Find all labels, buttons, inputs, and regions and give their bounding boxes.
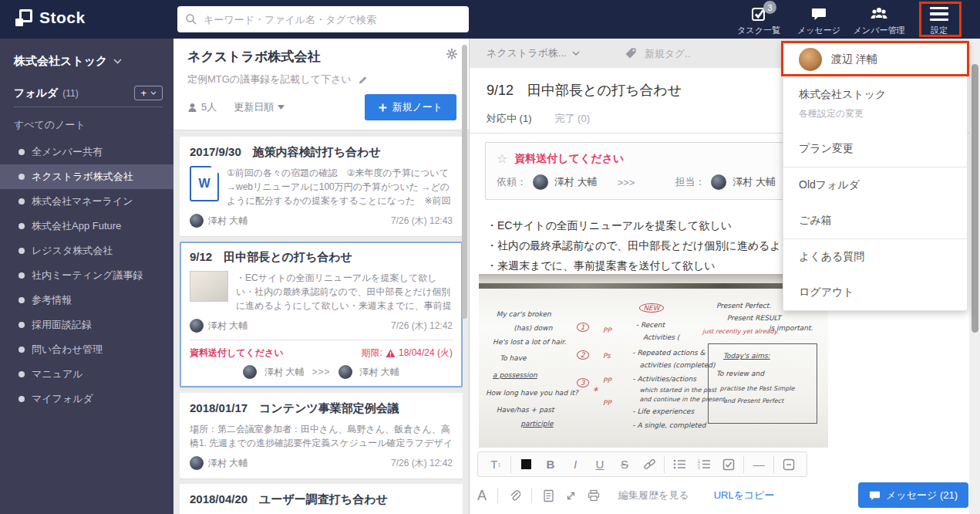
nav-messages[interactable]: メッセージ [789, 0, 849, 39]
edit-history-link[interactable]: 編集履歴を見る [618, 489, 689, 502]
expand-button[interactable] [565, 490, 577, 502]
menu-item-company-settings[interactable]: 株式会社ストック 各種設定の変更 [783, 76, 967, 131]
italic-button[interactable]: I [565, 455, 585, 475]
menu-item-logout[interactable]: ログアウト [783, 275, 967, 310]
whiteboard-text: 1 [577, 323, 589, 332]
note-card[interactable]: 2017/9/30 施策内容検討打ち合わせ W ①前回の各々の宿題の確認 ②来年… [180, 137, 463, 236]
whiteboard-text: * [592, 385, 598, 397]
folder-description: 定例MTGの議事録を記載して下さい [187, 73, 456, 86]
whiteboard-text: To have [500, 354, 526, 362]
menu-item-plan[interactable]: プラン変更 [783, 131, 967, 167]
note-list-scrollbar[interactable] [462, 45, 467, 319]
note-thumbnail [190, 271, 228, 302]
menu-item-old-folder[interactable]: Oldフォルダ [783, 167, 967, 203]
sidebar-folder[interactable]: 問い合わせ管理 [0, 337, 173, 362]
editor-footer-toolbar: A 編集履歴を見る URLをコピー メッセージ (21) [477, 482, 975, 509]
avatar [190, 456, 204, 470]
new-note-button[interactable]: 新規ノート [365, 94, 456, 120]
member-count: 5人 [187, 100, 217, 114]
tab-done-tasks[interactable]: 完了 (0) [555, 112, 591, 126]
avatar [243, 365, 257, 379]
sidebar-folder-selected[interactable]: ネクストラボ株式会社 [0, 164, 173, 189]
folder-dot-icon [19, 272, 25, 279]
font-button[interactable]: A [477, 488, 487, 504]
expand-icon [565, 490, 577, 502]
avatar [190, 319, 204, 333]
note-card[interactable]: 2018/04/20 ユーザー調査打ち合わせ ＜決定事項＞下記の特集ページをリニ… [180, 484, 463, 514]
sidebar-folder[interactable]: マニュアル [0, 362, 173, 387]
team-selector[interactable]: 株式会社ストック [0, 39, 173, 69]
user-avatar [799, 48, 822, 71]
whiteboard-text: and Present Perfect [723, 397, 783, 404]
numbered-list-button[interactable]: 123 [694, 455, 714, 475]
text-size-button[interactable]: T↕ [486, 455, 506, 475]
detail-scrollbar[interactable] [972, 64, 978, 333]
paperclip-icon [509, 489, 520, 502]
note-card-selected[interactable]: 9/12 田中部長との打ち合わせ ・ECサイトの全面リニューアルを提案して欲しい… [180, 242, 463, 387]
svg-text:3: 3 [698, 466, 700, 470]
avatar [711, 174, 726, 190]
template-button[interactable] [543, 489, 554, 502]
whiteboard-text: PP [603, 377, 611, 384]
sidebar-folder[interactable]: 株式会社App Future [0, 214, 173, 238]
nav-members[interactable]: メンバー管理 [849, 0, 909, 39]
sidebar-folder[interactable]: 社内ミーティング議事録 [0, 263, 173, 288]
folder-select[interactable]: ネクストラボ株... [487, 46, 580, 60]
note-card[interactable]: 2018/01/17 コンテンツ事業部定例会議 場所：第二会議室参加者：田中さん… [180, 393, 463, 478]
message-button[interactable]: メッセージ (21) [858, 482, 968, 508]
tab-active-tasks[interactable]: 対応中 (1) [487, 112, 532, 126]
note-list-header: ネクストラボ株式会社 定例MTGの議事録を記載して下さい 5人 更新日順 [173, 39, 469, 130]
stock-logo[interactable]: Stock [15, 8, 86, 27]
bullet-list-button[interactable] [669, 455, 689, 475]
sidebar-item-all-notes[interactable]: すべてのノート [0, 107, 173, 132]
link-button[interactable] [639, 455, 659, 475]
global-search [177, 6, 469, 32]
attachment-button[interactable] [509, 489, 520, 502]
menu-item-trash[interactable]: ごみ箱 [783, 203, 967, 238]
print-button[interactable] [588, 489, 600, 502]
pencil-icon[interactable] [358, 75, 368, 85]
whiteboard-photo[interactable]: My car's broken(has) downHe's lost a lot… [479, 274, 828, 448]
horizontal-rule-button[interactable]: — [749, 455, 769, 475]
star-icon[interactable]: ☆ [497, 151, 507, 166]
sidebar-folder[interactable]: レジスタ株式会社 [0, 238, 173, 263]
copy-url-link[interactable]: URLをコピー [714, 489, 775, 502]
sidebar-folder[interactable]: 株式会社マネーライン [0, 189, 173, 214]
sidebar-folder[interactable]: 全メンバー共有 [0, 140, 173, 164]
text-color-button[interactable] [516, 455, 536, 475]
menu-item-profile[interactable]: 渡辺 洋輔 [783, 43, 967, 76]
whiteboard-text: Present RESULT [727, 314, 781, 322]
search-input[interactable] [177, 6, 469, 32]
folder-dot-icon [19, 198, 25, 205]
whiteboard-text: 3 [577, 378, 589, 387]
checklist-button[interactable] [719, 455, 739, 475]
nav-settings[interactable]: 設定 [909, 0, 969, 39]
avatar [533, 174, 548, 190]
new-tag-input[interactable] [645, 48, 737, 59]
add-folder-button[interactable]: + [134, 86, 163, 100]
folder-dot-icon [19, 396, 25, 402]
underline-button[interactable]: U [590, 455, 610, 475]
sidebar-folder[interactable]: マイフォルダ [0, 387, 173, 411]
sidebar-folder[interactable]: 参考情報 [0, 288, 173, 313]
collapse-section-button[interactable] [779, 455, 799, 475]
whiteboard-text: How long have you had it? [486, 389, 578, 397]
sidebar-folder[interactable]: 採用面談記録 [0, 313, 173, 337]
menu-item-faq[interactable]: よくある質問 [783, 239, 967, 275]
gear-icon[interactable] [446, 48, 458, 63]
plus-icon [379, 103, 387, 112]
strikethrough-button[interactable]: S [615, 455, 635, 475]
card-task-summary: 資料送付してください 期限: 18/04/24 (火) 澤村 大輔 >>> 澤村… [190, 340, 453, 379]
bold-button[interactable]: B [541, 455, 561, 475]
whiteboard-rail [479, 283, 828, 289]
whiteboard-text: - Recent [636, 321, 665, 329]
task-label: 資料送付してください [514, 152, 624, 166]
whiteboard-text: Ps [603, 352, 611, 360]
folder-dot-icon [19, 223, 25, 229]
sort-selector[interactable]: 更新日順 [234, 100, 285, 114]
whiteboard-text: Present Perfect. [716, 302, 771, 309]
whiteboard-text: Activities ( [643, 333, 679, 341]
hamburger-icon [930, 5, 948, 22]
nav-tasks[interactable]: 3 タスク一覧 [729, 0, 789, 39]
note-list-meta: 5人 更新日順 新規ノート [187, 96, 456, 119]
